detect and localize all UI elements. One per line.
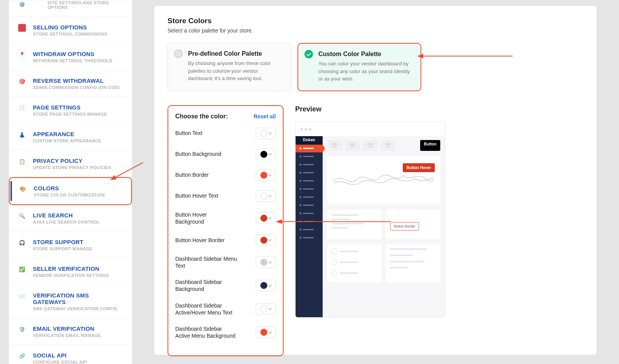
preview-brand: Dokan	[296, 136, 323, 145]
color-swatch-icon	[260, 151, 267, 158]
color-picker-button[interactable]	[256, 169, 276, 181]
color-label: Button Hover Border	[175, 237, 225, 244]
preview-main: Button Button Hover	[323, 136, 445, 317]
sidebar-item-appearance[interactable]: 👗 APPEARANCE CUSTOM STORE APPEARANCE	[9, 124, 132, 150]
color-swatch-icon	[260, 130, 267, 137]
radio-checked-icon	[304, 50, 313, 58]
sidebar-item-sms-gateways[interactable]: ✉️ VERIFICATION SMS GATEWAYS SMS GATEWAY…	[9, 285, 132, 318]
palette-icon: 🎨	[19, 185, 27, 193]
sidebar-item-colors[interactable]: 🎨 COLORS STORE COLOR CUSTOMIZATION	[9, 177, 132, 205]
appearance-icon: 👗	[18, 131, 26, 138]
color-label: Button Background	[175, 150, 221, 157]
choose-color-heading: Choose the color:	[175, 113, 228, 120]
sidebar-item-social-api[interactable]: 🔗 SOCIAL API CONFIGURE SOCIAL API	[9, 345, 132, 364]
preview-side-item-active	[296, 145, 323, 152]
preview-heading: Preview	[295, 105, 583, 113]
color-swatch-icon	[260, 282, 267, 289]
page-title: Store Colors	[168, 17, 583, 25]
color-config-row: Button Border	[175, 169, 276, 181]
page-icon: 📄	[18, 104, 26, 112]
custom-palette-card[interactable]: Custom Color Palette You can color your …	[298, 43, 421, 91]
sidebar-item-live-search[interactable]: 🔍 LIVE SEARCH AJAX LIVE SEARCH CONTROL	[9, 205, 132, 232]
settings-sidebar: ⚙️ SITE SETTINGS AND STORE OPTIONS SELLI…	[9, 0, 132, 364]
chevron-down-icon	[268, 173, 272, 176]
sidebar-item-email-verification[interactable]: 🛡️ EMAIL VERIFICATION VERIFICATION EMAIL…	[9, 318, 132, 345]
color-config-row: Button Background	[175, 149, 276, 160]
color-config-row: Dashboard Sidebar Active Menu Background	[175, 325, 276, 339]
sidebar-item-selling-options[interactable]: SELLING OPTIONS STORE SETTINGS, COMMISSI…	[9, 17, 132, 44]
color-config-row: Button Hover Border	[175, 234, 276, 246]
main-panel: Store Colors Select a color palette for …	[154, 5, 597, 355]
color-picker-button[interactable]	[256, 326, 276, 338]
chevron-down-icon	[268, 131, 272, 134]
color-label: Button Border	[175, 171, 209, 178]
headset-icon: 🎧	[18, 239, 26, 246]
color-label: Dashboard Sidebar Background	[175, 279, 237, 292]
color-swatch-icon	[260, 193, 267, 200]
page-subtitle: Select a color palette for your store.	[168, 27, 583, 34]
badge-icon: ✅	[18, 265, 26, 273]
preview-button-border: Button Border	[390, 222, 419, 231]
color-picker-button[interactable]	[256, 190, 276, 202]
color-picker-button[interactable]	[256, 149, 276, 160]
shield-icon: 🛡️	[18, 325, 26, 333]
color-picker-button[interactable]	[256, 128, 276, 139]
target-icon: 🎯	[18, 77, 26, 85]
color-config-row: Dashboard Sidebar Active/Hover Menu Text	[175, 302, 276, 316]
color-swatch-icon	[260, 306, 267, 313]
color-swatch-icon	[260, 172, 267, 179]
gear-icon: ⚙️	[18, 0, 26, 8]
search-icon: 🔍	[18, 212, 26, 220]
chevron-down-icon	[268, 152, 272, 155]
chevron-down-icon	[268, 330, 272, 333]
clipboard-icon: 📋	[18, 157, 26, 165]
preview-dashboard: Dokan	[295, 121, 445, 318]
chevron-down-icon	[268, 307, 272, 310]
color-config-row: Button Text	[175, 128, 276, 139]
sidebar-item-store-support[interactable]: 🎧 STORE SUPPORT STORE SUPPORT MANAGE	[9, 232, 132, 258]
color-label: Button Text	[175, 130, 202, 137]
predefined-palette-card[interactable]: Pre-defined Color Palette By choosing an…	[168, 43, 291, 91]
color-label: Dashboard Sidebar Menu Text	[175, 255, 237, 269]
chevron-down-icon	[268, 260, 272, 263]
color-swatch-icon	[260, 215, 267, 222]
chevron-down-icon	[268, 284, 272, 287]
preview-button-hover: Button Hover	[403, 163, 435, 172]
color-config-row: Dashboard Sidebar Background	[175, 279, 276, 292]
sidebar-item-seller-verification[interactable]: ✅ SELLER VERIFICATION VENDOR VERIFICATIO…	[9, 258, 132, 285]
color-config-row: Dashboard Sidebar Menu Text	[175, 255, 276, 269]
shop-icon	[18, 24, 26, 32]
radio-unchecked-icon	[174, 50, 183, 58]
color-label: Dashboard Sidebar Active Menu Background	[175, 325, 237, 339]
preview-button: Button	[420, 140, 440, 151]
reset-all-link[interactable]: Reset all	[253, 113, 276, 120]
chevron-down-icon	[268, 194, 272, 197]
preview-column: Preview Dokan	[295, 105, 583, 357]
color-label: Dashboard Sidebar Active/Hover Menu Text	[175, 302, 237, 316]
color-picker-button[interactable]	[256, 212, 276, 224]
sidebar-item-reverse-withdrawal[interactable]: 🎯 REVERSE WITHDRAWAL ADMIN COMMISSION CO…	[9, 70, 132, 97]
color-config-row: Button Hover Background	[175, 211, 276, 225]
sidebar-item-withdraw-options[interactable]: 📍 WITHDRAW OPTIONS WITHDRAW SETTINGS, TH…	[9, 44, 132, 70]
color-config-row: Button Hover Text	[175, 190, 276, 202]
sidebar-item-privacy-policy[interactable]: 📋 PRIVACY POLICY UPDATE STORE PRIVACY PO…	[9, 150, 132, 177]
window-dots-icon	[296, 121, 445, 136]
color-picker-button[interactable]	[256, 303, 276, 315]
sidebar-item-site-settings[interactable]: ⚙️ SITE SETTINGS AND STORE OPTIONS	[9, 0, 132, 17]
color-config-panel: Choose the color: Reset all Button TextB…	[168, 105, 284, 357]
color-swatch-icon	[260, 259, 267, 266]
sidebar-item-page-settings[interactable]: 📄 PAGE SETTINGS STORE PAGE SETTINGS MANA…	[9, 97, 132, 124]
color-picker-button[interactable]	[256, 280, 276, 291]
chevron-down-icon	[268, 216, 272, 219]
color-swatch-icon	[260, 329, 267, 336]
withdraw-icon: 📍	[18, 51, 26, 58]
preview-chart-card: Button Hover	[327, 156, 440, 204]
preview-sidebar: Dokan	[296, 136, 323, 317]
color-swatch-icon	[260, 237, 267, 244]
color-picker-button[interactable]	[256, 256, 276, 268]
chevron-down-icon	[268, 238, 272, 241]
color-label: Button Hover Text	[175, 192, 218, 199]
share-icon: 🔗	[18, 352, 26, 360]
color-label: Button Hover Background	[175, 211, 237, 225]
color-picker-button[interactable]	[256, 234, 276, 246]
